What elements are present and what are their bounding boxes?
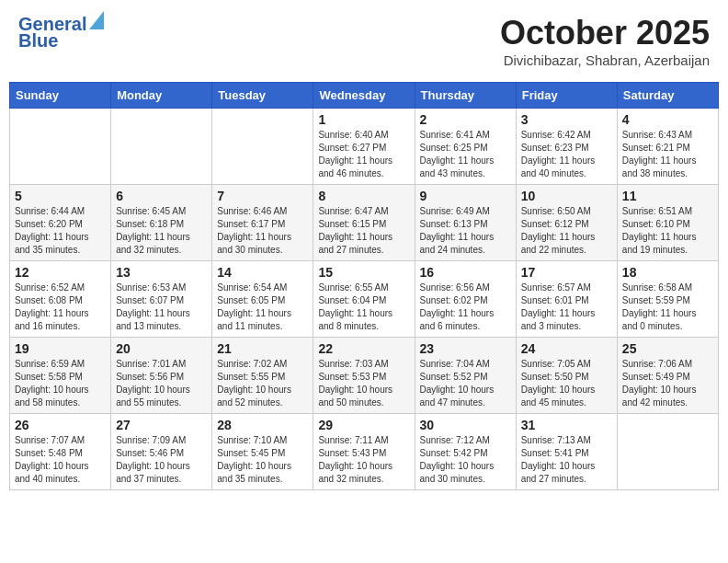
day-number: 29 [318,418,409,432]
day-number: 13 [116,265,207,280]
day-number: 3 [521,112,612,127]
cell-content: Sunrise: 7:05 AMSunset: 5:50 PMDaylight:… [521,358,612,409]
calendar-week-row: 12Sunrise: 6:52 AMSunset: 6:08 PMDayligh… [10,261,719,338]
calendar-cell: 24Sunrise: 7:05 AMSunset: 5:50 PMDayligh… [516,338,617,414]
cell-content: Sunrise: 6:41 AMSunset: 6:25 PMDaylight:… [420,129,511,180]
calendar-cell: 30Sunrise: 7:12 AMSunset: 5:42 PMDayligh… [415,414,516,490]
weekday-header: Tuesday [212,83,313,109]
logo-blue: Blue [18,30,58,52]
cell-content: Sunrise: 7:10 AMSunset: 5:45 PMDaylight:… [217,434,308,486]
calendar-cell: 28Sunrise: 7:10 AMSunset: 5:45 PMDayligh… [212,414,313,490]
calendar-cell: 21Sunrise: 7:02 AMSunset: 5:55 PMDayligh… [212,338,313,414]
calendar-table: SundayMondayTuesdayWednesdayThursdayFrid… [9,82,719,490]
day-number: 24 [521,341,612,356]
calendar-cell: 25Sunrise: 7:06 AMSunset: 5:49 PMDayligh… [617,338,718,414]
weekday-header-row: SundayMondayTuesdayWednesdayThursdayFrid… [10,83,719,109]
day-number: 12 [15,265,106,280]
cell-content: Sunrise: 6:53 AMSunset: 6:07 PMDaylight:… [116,282,207,333]
logo: General Blue [18,14,104,52]
calendar-cell: 14Sunrise: 6:54 AMSunset: 6:05 PMDayligh… [212,261,313,338]
cell-content: Sunrise: 6:54 AMSunset: 6:05 PMDaylight:… [217,282,308,333]
calendar-cell: 16Sunrise: 6:56 AMSunset: 6:02 PMDayligh… [415,261,516,338]
calendar-cell: 26Sunrise: 7:07 AMSunset: 5:48 PMDayligh… [10,414,111,490]
calendar-week-row: 26Sunrise: 7:07 AMSunset: 5:48 PMDayligh… [10,414,719,490]
cell-content: Sunrise: 6:57 AMSunset: 6:01 PMDaylight:… [521,282,612,333]
day-number: 5 [15,189,106,203]
day-number: 31 [521,418,612,432]
logo-triangle-icon [89,11,104,29]
title-block: October 2025 Divichibazar, Shabran, Azer… [500,14,710,68]
day-number: 8 [318,189,409,203]
cell-content: Sunrise: 6:52 AMSunset: 6:08 PMDaylight:… [15,282,106,333]
weekday-header: Thursday [415,83,516,109]
weekday-header: Friday [516,83,617,109]
day-number: 10 [521,189,612,203]
weekday-header: Wednesday [313,83,415,109]
calendar-cell: 17Sunrise: 6:57 AMSunset: 6:01 PMDayligh… [516,261,617,338]
cell-content: Sunrise: 6:43 AMSunset: 6:21 PMDaylight:… [622,129,713,180]
cell-content: Sunrise: 6:44 AMSunset: 6:20 PMDaylight:… [15,205,106,257]
day-number: 21 [217,341,308,356]
calendar-cell: 4Sunrise: 6:43 AMSunset: 6:21 PMDaylight… [617,109,718,185]
day-number: 19 [15,341,106,356]
cell-content: Sunrise: 7:09 AMSunset: 5:46 PMDaylight:… [116,434,207,486]
day-number: 6 [116,189,207,203]
weekday-header: Sunday [10,83,111,109]
cell-content: Sunrise: 6:47 AMSunset: 6:15 PMDaylight:… [318,205,409,257]
calendar-cell: 2Sunrise: 6:41 AMSunset: 6:25 PMDaylight… [415,109,516,185]
cell-content: Sunrise: 6:49 AMSunset: 6:13 PMDaylight:… [420,205,511,257]
day-number: 16 [420,265,511,280]
calendar-cell: 5Sunrise: 6:44 AMSunset: 6:20 PMDaylight… [10,185,111,261]
cell-content: Sunrise: 6:56 AMSunset: 6:02 PMDaylight:… [420,282,511,333]
cell-content: Sunrise: 6:59 AMSunset: 5:58 PMDaylight:… [15,358,106,409]
calendar-cell: 12Sunrise: 6:52 AMSunset: 6:08 PMDayligh… [10,261,111,338]
location-subtitle: Divichibazar, Shabran, Azerbaijan [500,52,710,68]
cell-content: Sunrise: 7:04 AMSunset: 5:52 PMDaylight:… [420,358,511,409]
calendar-cell: 6Sunrise: 6:45 AMSunset: 6:18 PMDaylight… [111,185,212,261]
day-number: 7 [217,189,308,203]
calendar-cell [111,109,212,185]
cell-content: Sunrise: 6:58 AMSunset: 5:59 PMDaylight:… [622,282,713,333]
day-number: 26 [15,418,106,432]
calendar-cell: 1Sunrise: 6:40 AMSunset: 6:27 PMDaylight… [313,109,415,185]
day-number: 28 [217,418,308,432]
svg-marker-0 [89,11,104,29]
cell-content: Sunrise: 6:51 AMSunset: 6:10 PMDaylight:… [622,205,713,257]
calendar-cell: 7Sunrise: 6:46 AMSunset: 6:17 PMDaylight… [212,185,313,261]
cell-content: Sunrise: 7:12 AMSunset: 5:42 PMDaylight:… [420,434,511,486]
calendar-cell: 19Sunrise: 6:59 AMSunset: 5:58 PMDayligh… [10,338,111,414]
day-number: 9 [420,189,511,203]
day-number: 4 [622,112,713,127]
day-number: 22 [318,341,409,356]
calendar-cell: 20Sunrise: 7:01 AMSunset: 5:56 PMDayligh… [111,338,212,414]
day-number: 25 [622,341,713,356]
calendar-week-row: 19Sunrise: 6:59 AMSunset: 5:58 PMDayligh… [10,338,719,414]
cell-content: Sunrise: 7:02 AMSunset: 5:55 PMDaylight:… [217,358,308,409]
calendar-cell [10,109,111,185]
calendar-cell: 29Sunrise: 7:11 AMSunset: 5:43 PMDayligh… [313,414,415,490]
calendar-cell: 8Sunrise: 6:47 AMSunset: 6:15 PMDaylight… [313,185,415,261]
cell-content: Sunrise: 6:46 AMSunset: 6:17 PMDaylight:… [217,205,308,257]
calendar-cell [617,414,718,490]
calendar-cell: 15Sunrise: 6:55 AMSunset: 6:04 PMDayligh… [313,261,415,338]
day-number: 14 [217,265,308,280]
calendar-cell: 27Sunrise: 7:09 AMSunset: 5:46 PMDayligh… [111,414,212,490]
calendar-cell: 23Sunrise: 7:04 AMSunset: 5:52 PMDayligh… [415,338,516,414]
calendar-week-row: 1Sunrise: 6:40 AMSunset: 6:27 PMDaylight… [10,109,719,185]
calendar-cell: 13Sunrise: 6:53 AMSunset: 6:07 PMDayligh… [111,261,212,338]
day-number: 30 [420,418,511,432]
cell-content: Sunrise: 7:03 AMSunset: 5:53 PMDaylight:… [318,358,409,409]
calendar-cell: 10Sunrise: 6:50 AMSunset: 6:12 PMDayligh… [516,185,617,261]
cell-content: Sunrise: 7:07 AMSunset: 5:48 PMDaylight:… [15,434,106,486]
day-number: 11 [622,189,713,203]
day-number: 23 [420,341,511,356]
cell-content: Sunrise: 6:40 AMSunset: 6:27 PMDaylight:… [318,129,409,180]
day-number: 1 [318,112,409,127]
cell-content: Sunrise: 6:55 AMSunset: 6:04 PMDaylight:… [318,282,409,333]
day-number: 2 [420,112,511,127]
page-header: General Blue October 2025 Divichibazar, … [9,9,719,73]
cell-content: Sunrise: 7:13 AMSunset: 5:41 PMDaylight:… [521,434,612,486]
day-number: 18 [622,265,713,280]
day-number: 27 [116,418,207,432]
calendar-cell [212,109,313,185]
